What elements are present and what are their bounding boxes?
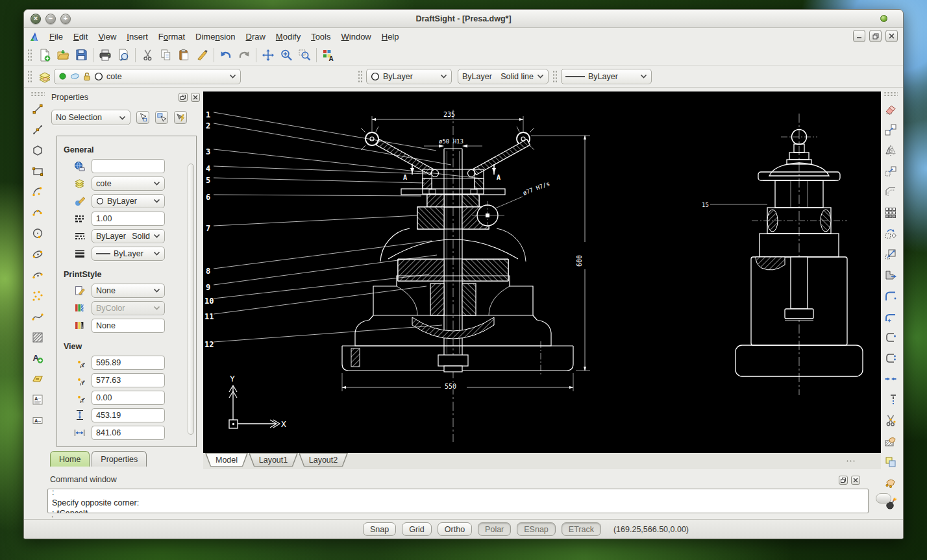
prop-color-combo[interactable]: ByLayer <box>92 194 165 208</box>
printtable-field[interactable]: None <box>92 319 165 333</box>
view-height-field[interactable]: 453.19 <box>92 408 165 422</box>
panel-scrollbar[interactable] <box>188 164 194 435</box>
point-tool-button[interactable] <box>29 287 47 304</box>
tab-model[interactable]: Model <box>205 453 248 467</box>
center-y-field[interactable]: 577.63 <box>92 373 165 387</box>
command-float-button[interactable] <box>839 476 848 485</box>
zoom-window-button[interactable] <box>295 47 314 64</box>
pattern-tool-button[interactable] <box>882 204 900 221</box>
command-history[interactable]: : Specify opposite corner: : *Cancel* <box>47 489 869 513</box>
document-close-button[interactable] <box>885 30 898 42</box>
property-painter-button[interactable] <box>193 47 211 64</box>
select-matching-button[interactable] <box>155 111 168 124</box>
prop-layer-combo[interactable]: cote <box>92 177 165 191</box>
toolbar-grip[interactable] <box>884 91 898 96</box>
split-tool-button[interactable] <box>882 411 900 429</box>
spline-tool-button[interactable] <box>29 308 47 325</box>
snap-toggle[interactable]: Snap <box>363 522 396 536</box>
tab-layout1[interactable]: Layout1 <box>249 453 298 467</box>
toolbar-grip[interactable] <box>27 49 32 62</box>
center-x-field[interactable]: 595.89 <box>92 356 165 370</box>
esnap-toggle[interactable]: ESnap <box>517 522 556 536</box>
printstyle-combo[interactable]: None <box>92 284 165 298</box>
note-tool-button[interactable]: A <box>29 391 47 408</box>
ortho-toggle[interactable]: Ortho <box>438 522 472 536</box>
etrack-toggle[interactable]: ETrack <box>562 522 601 536</box>
toolbar-grip[interactable] <box>31 91 45 96</box>
copy-button[interactable] <box>156 47 175 64</box>
print-button[interactable] <box>96 47 114 64</box>
scale-tool-button[interactable] <box>882 245 900 263</box>
document-minimize-button[interactable] <box>853 30 865 42</box>
drawing-canvas[interactable]: 235 ø50 H13 ø77 H7/s 550 600 A A 1 2 3 4… <box>203 91 881 453</box>
simple-note-tool-button[interactable]: A <box>29 411 47 429</box>
command-scroll-button[interactable] <box>876 493 891 504</box>
entity-color-combo[interactable]: ByLayer <box>366 69 452 84</box>
grid-toggle[interactable]: Grid <box>402 522 432 536</box>
menu-insert[interactable]: Insert <box>121 30 153 43</box>
layers-manager-button[interactable] <box>36 68 54 85</box>
menu-window[interactable]: Window <box>336 30 377 43</box>
prop-lineweight-combo[interactable]: ByLayer <box>92 247 165 261</box>
quick-select-button[interactable] <box>174 111 187 124</box>
rectangle-tool-button[interactable] <box>29 162 47 180</box>
edit-hatch-tool-button[interactable] <box>882 432 900 450</box>
stretch-tool-button[interactable] <box>882 266 900 284</box>
offset-edges-tool-button[interactable] <box>882 183 900 201</box>
fillet-multi-tool-button[interactable] <box>882 308 900 325</box>
zoom-in-button[interactable] <box>277 47 295 64</box>
undo-button[interactable] <box>217 47 235 64</box>
pan-button[interactable] <box>259 47 277 64</box>
menu-file[interactable]: File <box>44 30 68 43</box>
linescale-field[interactable]: 1.00 <box>92 212 165 226</box>
text-styles-button[interactable]: A <box>319 47 338 64</box>
center-z-field[interactable]: 0.00 <box>92 391 165 405</box>
layer-combo[interactable]: cote <box>54 69 241 84</box>
ellipse-tool-button[interactable] <box>29 245 47 263</box>
panel-close-button[interactable] <box>191 93 200 102</box>
redo-button[interactable] <box>235 47 253 64</box>
menu-modify[interactable]: Modify <box>271 30 306 43</box>
chamfer-tool-button[interactable] <box>882 328 900 346</box>
paste-button[interactable] <box>175 47 193 64</box>
curve-tool-button[interactable] <box>29 204 47 221</box>
selection-combo[interactable]: No Selection <box>51 110 130 125</box>
extend-tool-button[interactable] <box>882 391 900 408</box>
menu-tools[interactable]: Tools <box>306 30 336 43</box>
fillet-tool-button[interactable] <box>882 287 900 304</box>
circle-tool-button[interactable] <box>29 225 47 242</box>
mirror-tool-button[interactable] <box>882 141 900 159</box>
lineweight-combo[interactable]: ByLayer <box>561 69 652 84</box>
line-tool-button[interactable] <box>29 100 47 117</box>
edit-polyline-tool-button[interactable] <box>882 474 900 491</box>
new-button[interactable] <box>36 47 54 64</box>
menu-edit[interactable]: Edit <box>68 30 93 43</box>
toolbar-grip[interactable] <box>27 70 32 83</box>
arc-tool-button[interactable] <box>29 183 47 201</box>
title-bar[interactable]: × − + DraftSight - [Presa.dwg*] <box>24 10 903 28</box>
print-preview-button[interactable] <box>114 47 132 64</box>
menu-view[interactable]: View <box>93 30 121 43</box>
insert-text-tool-button[interactable]: A <box>29 349 47 367</box>
panel-float-button[interactable] <box>179 93 188 102</box>
polygon-tool-button[interactable] <box>29 141 47 159</box>
delete-tool-button[interactable] <box>882 100 900 117</box>
hatch-tool-button[interactable] <box>29 328 47 346</box>
menu-draw[interactable]: Draw <box>240 30 270 43</box>
tab-layout2[interactable]: Layout2 <box>299 453 348 467</box>
copy-nested-tool-button[interactable] <box>882 453 900 470</box>
copy-tool-button[interactable] <box>882 121 900 138</box>
menu-format[interactable]: Format <box>153 30 190 43</box>
toolbar-grip[interactable] <box>358 70 363 83</box>
polar-toggle[interactable]: Polar <box>478 522 511 536</box>
chamfer-multi-tool-button[interactable] <box>882 349 900 367</box>
rotate-tool-button[interactable] <box>882 225 900 242</box>
menu-help[interactable]: Help <box>377 30 404 43</box>
cut-button[interactable] <box>138 47 156 64</box>
command-close-button[interactable] <box>851 476 860 485</box>
linestyle-combo[interactable]: ByLayer Solid line <box>458 69 549 84</box>
view-width-field[interactable]: 841.06 <box>92 426 165 440</box>
infinite-line-tool-button[interactable] <box>29 121 47 138</box>
hyperlink-field[interactable] <box>92 159 165 173</box>
save-button[interactable] <box>72 47 90 64</box>
